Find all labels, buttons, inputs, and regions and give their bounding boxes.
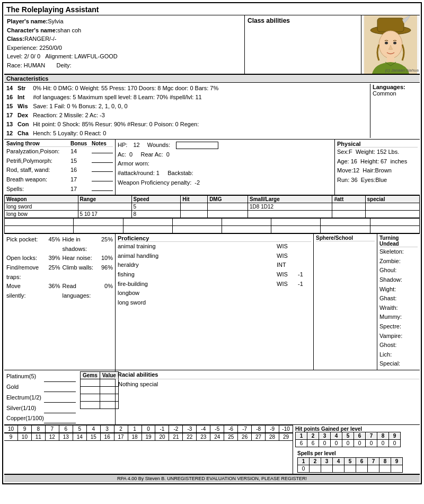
move-value: 12 <box>353 166 359 176</box>
wounds-input[interactable] <box>176 142 218 149</box>
weapon-col-speed: Speed <box>131 196 181 203</box>
wp-penalty-value: -2 <box>195 179 200 186</box>
spl-level-header: 9 <box>391 458 403 465</box>
lower-section: Pick pocket:45%Hide in shadows:25%Open l… <box>4 234 420 370</box>
num-cell: 3 <box>101 425 114 432</box>
num-cell: 15 <box>87 433 101 440</box>
num-cell: 25 <box>224 433 238 440</box>
spl-level-header: 6 <box>356 458 368 465</box>
thief-label1: Pick pocket: <box>6 235 41 254</box>
char-name-value: shan coh <box>58 26 82 35</box>
num-cell: 7 <box>46 425 59 432</box>
thief-val2: 0% <box>97 282 113 300</box>
move-label: Move: <box>337 166 353 176</box>
prof-attr <box>277 298 298 308</box>
turning-row: Shadow: <box>379 275 418 285</box>
saving-throw-box: Saving throw Bonus Notes Paralyzation,Po… <box>4 140 116 195</box>
thief-label2: Read languages: <box>60 282 98 300</box>
ac-label: Ac: <box>118 151 126 158</box>
rear-ac-label: Rear Ac: <box>140 151 163 158</box>
prof-row: animal handlingWIS <box>118 251 311 261</box>
armor-row: Armor worn: <box>118 159 332 169</box>
hppl-title: Hit points Gained per level <box>295 426 418 432</box>
armor-label: Armor worn: <box>118 160 149 167</box>
st-notes-col: Notes <box>92 141 113 146</box>
stat-row: 16 Int #of languages: 5 Maximum spell le… <box>6 93 370 102</box>
currency-row: Silver(1/10) <box>6 403 76 413</box>
language-item: Common <box>373 90 418 97</box>
weapon-dmg <box>208 203 248 211</box>
svg-point-5 <box>393 42 396 45</box>
languages-box: Languages: Common <box>370 84 418 138</box>
weapon-col-dmg: DMG <box>208 196 248 203</box>
st-label: Spells: <box>6 185 70 194</box>
wp-penalty-row: Weapon Proficiency penalty: -2 <box>118 178 332 188</box>
num-cell: 14 <box>73 433 87 440</box>
height-label: Height: <box>360 157 379 167</box>
title-text: The Roleplaying Assistant <box>6 5 99 14</box>
st-blank <box>92 175 113 185</box>
stat-abbr: Cha <box>17 129 31 138</box>
weapon-att <box>332 203 365 211</box>
thief-skill-row: Pick pocket:45%Hide in shadows:25% <box>6 235 113 254</box>
weapon-special <box>365 203 419 211</box>
stat-num: 12 <box>6 129 16 138</box>
weapon-dmg <box>208 211 248 218</box>
prof-mod: -1 <box>298 270 311 280</box>
num-cell: 2 <box>114 425 128 432</box>
stat-abbr: Int <box>17 93 31 102</box>
hair-value: Brown <box>375 166 392 176</box>
num-cell: -2 <box>169 425 183 432</box>
stat-abbr: Wis <box>17 102 31 111</box>
number-lines-left: 109876543210-1-2-3-4-5-6-7-8-9-10 910111… <box>4 425 293 474</box>
spl-level-value <box>321 465 333 473</box>
age-value: 16 <box>351 157 357 167</box>
turning-row: Mummy: <box>379 312 418 322</box>
st-header: Saving throw Bonus Notes <box>6 141 113 147</box>
prof-name: fire-building <box>118 280 277 289</box>
hp-value: 12 <box>133 141 139 150</box>
spl-title: Spells per level <box>295 449 418 457</box>
st-value: 17 <box>70 185 92 194</box>
st-value: 16 <box>70 166 92 175</box>
number-line-top: 109876543210-1-2-3-4-5-6-7-8-9-10 <box>4 425 293 433</box>
currency-label: Gold <box>6 382 44 392</box>
hppl-level-value: 6 <box>296 440 307 447</box>
weapons-section: Weapon Range Speed Hit DMG Small/Large #… <box>4 195 420 234</box>
spl-level-value <box>391 465 403 473</box>
prof-attr: WIS <box>277 251 298 261</box>
spells-per-level-section: Spells per level 123456789 0 <box>295 449 418 473</box>
spl-level-value <box>333 465 344 473</box>
player-name-row: Player's name: Sylvia <box>7 17 242 26</box>
spl-level-value: 0 <box>298 465 310 473</box>
num-cell: 9 <box>18 425 32 432</box>
currency-value <box>44 413 76 424</box>
weapon-col-weapon: Weapon <box>5 196 78 203</box>
exp-row: Experience: 2250/0/0 <box>7 44 242 53</box>
deity-label: Deity: <box>57 61 72 70</box>
prof-attr: WIS <box>277 270 298 280</box>
num-cell: 5 <box>73 425 87 432</box>
stat-row: 15 Wis Save: 1 Fail: 0 % Bonus: 2, 1, 0,… <box>6 102 370 111</box>
level-label: Level: <box>7 52 22 61</box>
run-value: 36 <box>351 176 357 185</box>
prof-mod <box>298 289 311 298</box>
height-unit: inches <box>390 157 407 167</box>
middle-section: Saving throw Bonus Notes Paralyzation,Po… <box>4 140 420 195</box>
footer-text: RPA 4.00 By Steven B. UNREGISTERED EVALU… <box>117 476 307 481</box>
prof-name: heraldry <box>118 260 277 270</box>
thief-skill-row: Open locks:39%Hear noise:10% <box>6 254 113 263</box>
num-cell: 26 <box>238 433 252 440</box>
num-cell: 10 <box>4 425 18 432</box>
table-row <box>80 379 118 386</box>
sphere-title: Sphere/School <box>316 235 375 241</box>
physical-title: Physical <box>337 141 418 147</box>
prof-mod <box>298 242 311 251</box>
exp-value: 2250/0/0 <box>39 44 62 53</box>
hppl-level-value: 0 <box>342 440 354 447</box>
thief-label1: Open locks: <box>6 254 41 263</box>
st-label: Rod, staff, wand: <box>6 166 70 175</box>
num-cell: 9 <box>4 433 18 440</box>
spl-level-value <box>356 465 368 473</box>
svg-rect-2 <box>377 18 404 32</box>
